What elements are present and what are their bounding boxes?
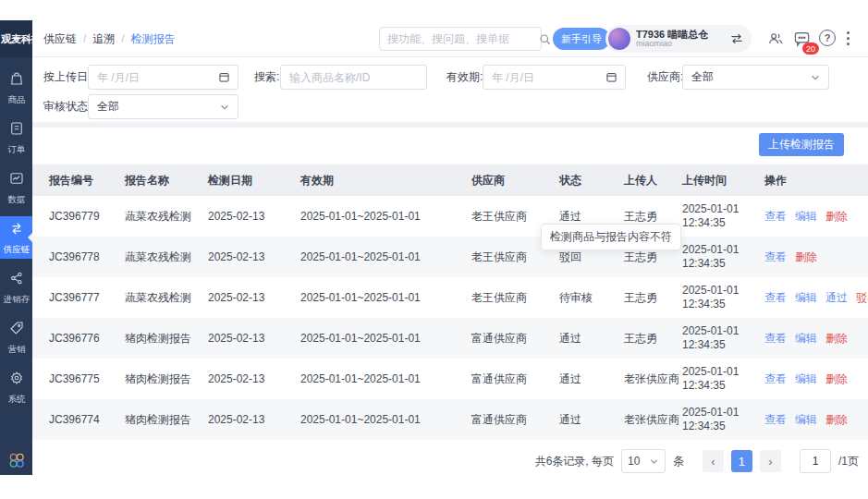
supplier: 富通供应商 (471, 412, 559, 428)
row-actions: 查看编辑删除 (764, 331, 868, 347)
sidebar: 观麦科技 商品 订单 数据 供应链 进销存 (0, 20, 32, 475)
action-reject[interactable]: 驳回 (856, 290, 868, 306)
supplier: 富通供应商 (471, 371, 559, 387)
report-id: JC396777 (49, 291, 125, 304)
tag-icon (8, 320, 25, 340)
sidebar-item-label: 商品 (7, 93, 25, 105)
action-delete[interactable]: 删除 (795, 250, 817, 265)
action-view[interactable]: 查看 (764, 290, 787, 306)
global-search-input[interactable] (380, 32, 538, 45)
user-name-block: T7936 喵喵总仓 miaomiao (636, 29, 729, 49)
action-edit[interactable]: 编辑 (795, 290, 817, 306)
action-delete[interactable]: 删除 (825, 209, 848, 225)
action-view[interactable]: 查看 (764, 250, 787, 265)
action-view[interactable]: 查看 (764, 209, 787, 225)
contacts-icon[interactable] (767, 30, 785, 46)
report-table-panel: 上传检测报告 报告编号 报告名称 检测日期 有效期 供应商 状态 上传人 上传时… (32, 128, 868, 475)
report-name: 蔬菜农残检测 (125, 209, 208, 225)
supplier: 老王供应商 (471, 290, 559, 306)
sidebar-item-label: 订单 (7, 143, 25, 155)
notification-badge: 20 (802, 43, 819, 55)
product-search-input[interactable] (281, 71, 426, 84)
supplier: 富通供应商 (471, 331, 559, 347)
active-notch (28, 233, 32, 242)
page-size-select[interactable]: 10 (621, 449, 666, 473)
validity: 2025-01-01~2025-01-01 (300, 210, 471, 223)
uploader: 老张供应商 (624, 371, 682, 387)
uploader: 老张供应商 (624, 412, 682, 428)
calendar-icon[interactable] (605, 71, 617, 83)
breadcrumb-item[interactable]: 追溯 (92, 31, 115, 47)
avatar[interactable] (608, 28, 630, 50)
validity: 2025-01-01~2025-01-01 (300, 372, 471, 385)
action-delete[interactable]: 删除 (825, 371, 848, 387)
next-page-button[interactable]: › (760, 450, 781, 472)
sidebar-item-data[interactable]: 数据 (0, 166, 32, 209)
col-report-id: 报告编号 (49, 173, 125, 189)
gear-icon (8, 370, 25, 390)
validity-date-picker (483, 65, 626, 90)
row-actions: 查看编辑删除 (764, 371, 868, 387)
audit-status-select[interactable]: 全部 (88, 94, 238, 119)
action-edit[interactable]: 编辑 (795, 209, 817, 225)
test-date: 2025-02-13 (208, 372, 300, 385)
sidebar-item-goods[interactable]: 商品 (0, 67, 32, 109)
swap-arrows-icon (8, 220, 25, 240)
upload-report-button[interactable]: 上传检测报告 (759, 133, 844, 156)
table-body: JC396779 蔬菜农残检测 2025-02-13 2025-01-01~20… (32, 196, 868, 440)
filter-panel: 按上传日期 搜索: 有效期: 供应商: 全部 审核状态: (32, 57, 868, 122)
sidebar-item-supply-chain[interactable]: 供应链 (0, 216, 32, 259)
breadcrumb-item[interactable]: 供应链 (43, 31, 77, 47)
action-approve[interactable]: 通过 (825, 290, 848, 306)
validity-filter-label: 有效期: (446, 65, 483, 90)
switch-account-icon[interactable] (729, 32, 744, 45)
test-date: 2025-02-13 (208, 413, 300, 426)
action-edit[interactable]: 编辑 (795, 331, 817, 347)
apps-clover-icon[interactable] (7, 451, 26, 469)
sidebar-item-orders[interactable]: 订单 (0, 116, 32, 159)
page-jump-input[interactable] (800, 449, 831, 473)
chevron-down-icon (649, 456, 659, 467)
more-menu-icon[interactable] (847, 31, 850, 45)
breadcrumb-separator: / (83, 32, 86, 45)
action-delete[interactable]: 删除 (825, 412, 848, 428)
global-search (379, 27, 542, 51)
action-view[interactable]: 查看 (764, 371, 787, 387)
page: 观麦科技 商品 订单 数据 供应链 进销存 (0, 0, 868, 499)
row-actions: 查看删除 (764, 250, 868, 265)
upload-date-picker (88, 65, 238, 90)
validity-date-input[interactable] (483, 71, 605, 84)
status: 通过 (559, 371, 624, 387)
upload-date-input[interactable] (89, 71, 218, 84)
breadcrumb-current: 检测报告 (131, 31, 176, 47)
app-logo: 观麦科技 (0, 20, 32, 57)
validity: 2025-01-01~2025-01-01 (300, 413, 471, 426)
sidebar-item-inventory[interactable]: 进销存 (0, 266, 32, 309)
beginner-guide-button[interactable]: 新手引导 (553, 28, 610, 50)
supplier-select[interactable]: 全部 (682, 65, 829, 90)
sidebar-menu: 商品 订单 数据 供应链 进销存 营销 (0, 67, 32, 416)
search-icon[interactable] (538, 32, 552, 46)
sidebar-item-label: 营销 (7, 343, 25, 355)
action-delete[interactable]: 删除 (825, 331, 848, 347)
user-subname: miaomiao (636, 40, 729, 49)
audit-status-label: 审核状态: (43, 94, 91, 119)
user-menu[interactable]: T7936 喵喵总仓 miaomiao (605, 25, 752, 53)
calendar-icon[interactable] (218, 71, 230, 83)
action-view[interactable]: 查看 (764, 412, 787, 428)
sidebar-item-system[interactable]: 系统 (0, 366, 32, 408)
sidebar-item-label: 供应链 (3, 243, 30, 255)
help-icon[interactable]: ? (819, 30, 836, 46)
action-view[interactable]: 查看 (764, 331, 787, 347)
table-row: JC396774 猪肉检测报告 2025-02-13 2025-01-01~20… (32, 399, 868, 440)
action-edit[interactable]: 编辑 (795, 412, 817, 428)
status-tooltip: 检测商品与报告内容不符 (541, 224, 681, 250)
page-number-current[interactable]: 1 (731, 450, 752, 472)
sidebar-item-label: 数据 (7, 193, 25, 205)
order-icon (8, 120, 25, 140)
sidebar-item-marketing[interactable]: 营销 (0, 316, 32, 359)
prev-page-button[interactable]: ‹ (703, 450, 724, 472)
table-row: JC396778 蔬菜农残检测 2025-02-13 2025-01-01~20… (32, 237, 868, 277)
action-edit[interactable]: 编辑 (795, 371, 817, 387)
bag-icon (8, 70, 25, 91)
